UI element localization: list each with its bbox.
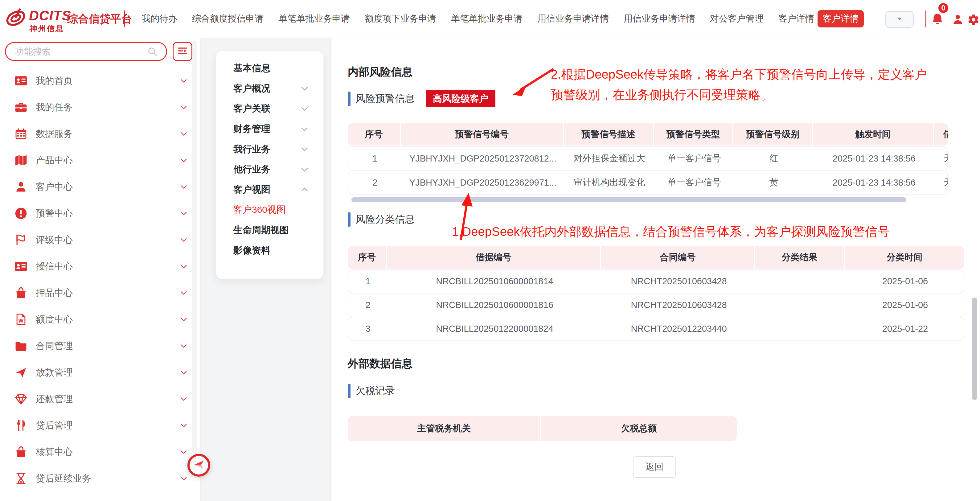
chevron-down-icon xyxy=(180,183,188,191)
chevron-down-icon xyxy=(180,421,188,430)
submenu-item[interactable]: 基本信息 xyxy=(216,58,323,79)
nav-item[interactable]: 我的待办 xyxy=(142,13,177,25)
sidebar-item[interactable]: 贷后管理 xyxy=(0,412,200,439)
table-header-cell: 合同编号 xyxy=(601,247,755,269)
user-profile-icon[interactable] xyxy=(951,13,964,26)
nav-item[interactable]: 用信业务申请详情 xyxy=(624,13,695,25)
main-content: 内部风险信息 风险预警信息 高风险级客户 2.根据DeepSeek传导策略，将客… xyxy=(331,38,980,501)
caret-down-icon xyxy=(895,14,904,25)
nav-item[interactable]: 额度项下业务申请 xyxy=(365,13,436,25)
alert-circle-icon xyxy=(14,207,28,220)
id-card-icon xyxy=(14,74,28,87)
sidebar-item-label: 放款管理 xyxy=(36,366,73,379)
diamond-icon xyxy=(14,392,28,406)
sidebar-item[interactable]: 数据服务 xyxy=(0,121,200,147)
submenu-item-label: 影像资料 xyxy=(233,244,270,257)
sidebar-item[interactable]: 贷后延续业务 xyxy=(0,465,200,492)
sidebar-item[interactable]: 授信中心 xyxy=(0,253,200,280)
table-header-row: 主管税务机关欠税总额 xyxy=(348,416,737,441)
sidebar-menu: 我的首页我的任务数据服务产品中心客户中心预警中心评级中心授信中心押品中心W额度中… xyxy=(0,67,200,492)
table-cell: NRCHT2025012203440 xyxy=(602,324,756,334)
menu-toggle-button[interactable] xyxy=(173,42,192,61)
table-cell: 无 xyxy=(934,152,948,165)
sidebar-item[interactable]: 客户中心 xyxy=(0,173,200,200)
table-cell: 2025-01-23 14:38:56 xyxy=(814,154,934,164)
sidebar-item-label: 押品中心 xyxy=(36,287,73,299)
sidebar-collapse-button[interactable] xyxy=(188,454,210,477)
chevron-down-icon xyxy=(180,315,188,324)
tab-customer-detail-active[interactable]: 客户详情 xyxy=(818,10,864,27)
high-risk-badge: 高风险级客户 xyxy=(426,90,495,107)
table-row[interactable]: 2YJBHYJXH_DGP20250123629971...审计机构出现变化单一… xyxy=(348,170,948,195)
table-header-cell: 信 xyxy=(934,123,948,146)
search-input[interactable] xyxy=(14,46,145,57)
submenu-item-label: 客户视图 xyxy=(233,183,270,196)
submenu-item[interactable]: 影像资料 xyxy=(216,240,323,261)
table-cell: 2 xyxy=(348,300,388,310)
annotation-note-1: 1.DeepSeek依托内外部数据信息，结合预警信号体系，为客户探测风险预警信号 xyxy=(452,221,945,242)
table-header-cell: 触发时间 xyxy=(813,123,934,146)
sidebar-item-label: 还款管理 xyxy=(36,393,73,406)
nav-item[interactable]: 客户详情 xyxy=(778,13,814,25)
nav-item[interactable]: 用信业务申请详情 xyxy=(537,13,609,25)
table-body: 1YJBHYJXH_DGP20250123720812...对外担保金额过大单一… xyxy=(348,146,948,195)
app-header: DCITS 神州信息 综合信贷平台 我的待办综合额度授信申请单笔单批业务申请额度… xyxy=(0,0,980,38)
table-row[interactable]: 1NRCBILL2025010600001814NRCHT20250106034… xyxy=(348,269,964,294)
submenu-item[interactable]: 客户360视图 xyxy=(216,200,323,220)
sidebar-item[interactable]: 押品中心 xyxy=(0,280,200,306)
vertical-scrollbar[interactable] xyxy=(972,297,977,400)
table-row[interactable]: 1YJBHYJXH_DGP20250123720812...对外担保金额过大单一… xyxy=(348,146,948,171)
chevron-down-icon xyxy=(180,76,188,85)
submenu-item-label: 他行业务 xyxy=(233,163,270,176)
submenu-item[interactable]: 客户视图 xyxy=(216,180,323,200)
sidebar-item[interactable]: 放款管理 xyxy=(0,359,200,386)
folder-icon xyxy=(14,339,28,353)
submenu-item[interactable]: 客户关联 xyxy=(216,99,323,119)
paper-plane-icon xyxy=(14,366,28,379)
tax-record-label: 欠税记录 xyxy=(355,384,395,398)
nav-item[interactable]: 综合额度授信申请 xyxy=(192,13,264,25)
table-row[interactable]: 3NRCBILL2025012200001824NRCHT20250122034… xyxy=(348,317,964,341)
submenu-item[interactable]: 我行业务 xyxy=(216,139,323,159)
submenu-item[interactable]: 生命周期视图 xyxy=(216,220,323,240)
sidebar-item[interactable]: 我的任务 xyxy=(0,94,200,121)
horizontal-scrollbar[interactable] xyxy=(352,197,906,202)
sidebar-item[interactable]: 评级中心 xyxy=(0,227,200,253)
table-cell: 单一客户信号 xyxy=(654,152,734,165)
sidebar-item[interactable]: W额度中心 xyxy=(0,306,200,332)
nav-item[interactable]: 单笔单批业务申请 xyxy=(278,13,350,25)
app-window: DCITS 神州信息 综合信贷平台 我的待办综合额度授信申请单笔单批业务申请额度… xyxy=(0,0,980,501)
sidebar-item[interactable]: 我的首页 xyxy=(0,67,200,94)
chevron-down-icon xyxy=(180,289,188,297)
sidebar-item[interactable]: 合同管理 xyxy=(0,332,200,359)
table-cell: YJBHYJXH_DGP20250123720812... xyxy=(401,154,565,164)
back-button[interactable]: 返回 xyxy=(633,456,676,478)
sidebar-item[interactable]: 预警中心 xyxy=(0,200,200,227)
nav-item[interactable]: 对公客户管理 xyxy=(710,13,764,25)
submenu-item[interactable]: 财务管理 xyxy=(216,119,323,139)
user-icon xyxy=(14,180,28,194)
sidebar-item[interactable]: 核算中心 xyxy=(0,439,200,465)
nav-item[interactable]: 单笔单批业务申请 xyxy=(451,13,522,25)
table-cell: 2025-01-06 xyxy=(845,276,964,286)
submenu-item-label: 财务管理 xyxy=(233,123,270,135)
chevron-down-icon xyxy=(180,262,188,271)
sidebar-item-label: 核算中心 xyxy=(36,446,73,458)
gear-icon[interactable] xyxy=(967,14,980,26)
chevron-down-icon xyxy=(180,156,188,165)
bell-icon[interactable] xyxy=(931,12,945,27)
submenu-item[interactable]: 他行业务 xyxy=(216,159,323,180)
table-cell: 红 xyxy=(734,152,814,165)
risk-classification-row: 风险分类信息 xyxy=(348,210,415,229)
header-divider xyxy=(124,11,125,27)
table-cell: 对外担保金额过大 xyxy=(565,152,654,165)
table-body: 1NRCBILL2025010600001814NRCHT20250106034… xyxy=(348,269,964,341)
table-row[interactable]: 2NRCBILL2025010600001816NRCHT20250106034… xyxy=(348,293,964,317)
sidebar-item-label: 额度中心 xyxy=(36,313,73,326)
submenu-item[interactable]: 客户概况 xyxy=(216,79,323,99)
chevron-down-icon xyxy=(300,104,309,113)
tab-overflow-dropdown[interactable] xyxy=(885,11,914,28)
sidebar-item[interactable]: 产品中心 xyxy=(0,147,200,173)
sidebar-item[interactable]: 还款管理 xyxy=(0,386,200,412)
product-title: 综合信贷平台 xyxy=(67,0,132,38)
